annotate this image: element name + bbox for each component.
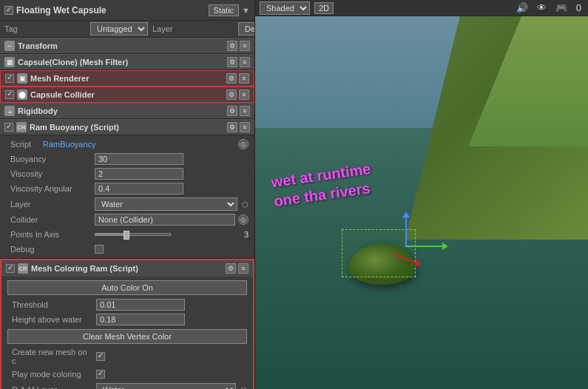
- ram-buoyancy-settings-icon[interactable]: ⚙: [227, 122, 237, 132]
- mesh-coloring-header[interactable]: CR Mesh Coloring Ram (Script) ⚙ ≡: [1, 260, 253, 277]
- gizmo-x-head: [442, 243, 448, 250]
- transform-menu-icon[interactable]: ≡: [240, 41, 250, 51]
- audio-icon[interactable]: 🔊: [514, 2, 530, 13]
- gizmo-y-head: [402, 212, 410, 217]
- create-mesh-row: Create new mesh on c: [1, 346, 253, 367]
- mesh-coloring-settings-icon[interactable]: ⚙: [226, 263, 236, 274]
- points-row: Points In Axis 3: [0, 227, 254, 242]
- 2d-button[interactable]: 2D: [314, 2, 334, 14]
- object-name: Floating Wet Capsule: [16, 5, 206, 16]
- mesh-filter-menu-icon[interactable]: ≡: [240, 57, 250, 67]
- height-label: Height above water: [12, 315, 93, 324]
- mesh-renderer-icon: ▣: [17, 73, 27, 84]
- capsule-collider-checkbox[interactable]: [5, 90, 14, 99]
- layer-select[interactable]: Water: [95, 197, 237, 211]
- rigidbody-settings-icon[interactable]: ⚙: [227, 106, 237, 116]
- viewport-toolbar: Shaded 2D 🔊 👁 🎮 0: [255, 0, 588, 16]
- debug-checkbox[interactable]: [95, 245, 104, 254]
- rigidbody-header[interactable]: ⟁ Rigidbody ⚙ ≡: [0, 103, 254, 119]
- layer-row: Layer Water ⬡: [0, 196, 254, 212]
- height-input[interactable]: [96, 314, 185, 325]
- ram-layer-select[interactable]: Water: [96, 383, 236, 389]
- transform-header[interactable]: ↔ Transform ⚙ ≡: [0, 38, 254, 54]
- shading-dropdown[interactable]: Shaded: [260, 1, 310, 15]
- mesh-coloring-body: Auto Color On Threshold Height above wat…: [1, 277, 253, 389]
- ram-layer-row: R.A.M Layer Water ⬡: [1, 382, 253, 389]
- viscosity-row: Viscosity: [0, 166, 254, 181]
- mesh-renderer-name: Mesh Renderer: [30, 74, 226, 83]
- layers-icon[interactable]: 0: [574, 2, 584, 13]
- static-button[interactable]: Static: [209, 4, 240, 16]
- height-row: Height above water: [1, 312, 253, 327]
- gizmo-x-axis: [405, 246, 442, 247]
- static-dropdown-icon[interactable]: ▼: [242, 6, 250, 15]
- script-label: Script: [10, 140, 40, 149]
- points-slider-container: 3: [95, 230, 249, 239]
- play-mode-row: Play mode coloring: [1, 367, 253, 382]
- capsule-collider-settings-icon[interactable]: ⚙: [226, 89, 237, 100]
- script-ref-btn[interactable]: ◎: [238, 139, 249, 149]
- ram-buoyancy-name: Ram Buoyancy (Script): [30, 123, 227, 132]
- transform-settings-icon[interactable]: ⚙: [227, 41, 237, 51]
- mesh-renderer-checkbox[interactable]: [5, 74, 14, 83]
- points-value: 3: [174, 230, 249, 239]
- clear-vertex-button[interactable]: Clear Mesh Vertex Color: [7, 329, 247, 344]
- viewport-bg: Shaded 2D 🔊 👁 🎮 0 wet at runtimeone tha …: [255, 0, 588, 389]
- viscosity-angular-row: Viscosity Angular: [0, 181, 254, 196]
- mesh-coloring-checkbox[interactable]: [6, 264, 15, 273]
- mesh-filter-settings-icon[interactable]: ⚙: [227, 57, 237, 67]
- tag-dropdown[interactable]: Untagged: [90, 22, 148, 35]
- ram-buoyancy-menu-icon[interactable]: ≡: [240, 122, 250, 132]
- capsule-collider-header[interactable]: ⬤ Capsule Collider ⚙ ≡: [0, 87, 254, 103]
- collider-input[interactable]: [95, 214, 235, 226]
- viscosity-label: Viscosity: [10, 169, 92, 178]
- buoyancy-label: Buoyancy: [10, 155, 92, 163]
- layer-label-b: Layer: [10, 200, 92, 209]
- mesh-filter-name: Capsule(Clone) (Mesh Filter): [18, 58, 227, 67]
- ram-buoyancy-checkbox[interactable]: [4, 123, 13, 132]
- transform-icon: ↔: [4, 41, 15, 51]
- transform-name: Transform: [18, 41, 227, 50]
- visibility-icon[interactable]: 👁: [535, 2, 549, 13]
- capsule-collider-menu-icon[interactable]: ≡: [239, 89, 249, 100]
- mesh-renderer-settings-icon[interactable]: ⚙: [226, 73, 237, 84]
- ram-layer-label: R.A.M Layer: [12, 385, 93, 389]
- viscosity-input[interactable]: [95, 168, 183, 180]
- buoyancy-row: Buoyancy: [0, 152, 254, 166]
- script-value[interactable]: RamBuoyancy: [43, 140, 96, 149]
- tag-layer-row: Tag Untagged Layer Default: [0, 21, 254, 38]
- mesh-coloring-icon: CR: [18, 263, 28, 274]
- mesh-filter-header[interactable]: ▦ Capsule(Clone) (Mesh Filter) ⚙ ≡: [0, 54, 254, 70]
- auto-color-button[interactable]: Auto Color On: [7, 280, 247, 295]
- play-mode-checkbox[interactable]: [96, 370, 105, 379]
- viscosity-angular-label: Viscosity Angular: [10, 184, 92, 193]
- debug-row: Debug: [0, 242, 254, 257]
- rigidbody-icon: ⟁: [4, 106, 15, 116]
- object-active-checkbox[interactable]: [4, 6, 13, 15]
- capsule-collider-icon: ⬤: [17, 89, 27, 100]
- rigidbody-menu-icon[interactable]: ≡: [240, 106, 250, 116]
- gamepad-icon[interactable]: 🎮: [553, 2, 570, 13]
- viscosity-angular-input[interactable]: [95, 183, 183, 194]
- create-mesh-checkbox[interactable]: [96, 352, 105, 361]
- ram-buoyancy-icon: CR: [16, 122, 27, 132]
- gizmo-y-axis: [405, 217, 407, 247]
- buoyancy-input[interactable]: [95, 153, 183, 165]
- debug-label: Debug: [10, 245, 92, 254]
- right-panel: Shaded 2D 🔊 👁 🎮 0 wet at runtimeone tha …: [255, 0, 588, 389]
- scene-canvas: wet at runtimeone tha rivers: [255, 16, 588, 389]
- layer-dropdown[interactable]: Default: [238, 22, 255, 35]
- ram-buoyancy-header[interactable]: CR Ram Buoyancy (Script) ⚙ ≡: [0, 119, 254, 135]
- mesh-renderer-header[interactable]: ▣ Mesh Renderer ⚙ ≡: [0, 70, 254, 87]
- layer-label: Layer: [152, 24, 234, 33]
- mesh-coloring-menu-icon[interactable]: ≡: [238, 263, 249, 274]
- points-slider-track[interactable]: [95, 233, 171, 236]
- mesh-filter-icon: ▦: [4, 57, 15, 67]
- create-mesh-label: Create new mesh on c: [12, 348, 93, 365]
- mesh-renderer-menu-icon[interactable]: ≡: [239, 73, 249, 84]
- collider-ref-btn[interactable]: ◎: [238, 214, 249, 225]
- threshold-input[interactable]: [96, 299, 185, 311]
- top-bar: Floating Wet Capsule Static ▼: [0, 0, 254, 21]
- collider-row: Collider ◎: [0, 212, 254, 227]
- points-label: Points In Axis: [10, 230, 92, 239]
